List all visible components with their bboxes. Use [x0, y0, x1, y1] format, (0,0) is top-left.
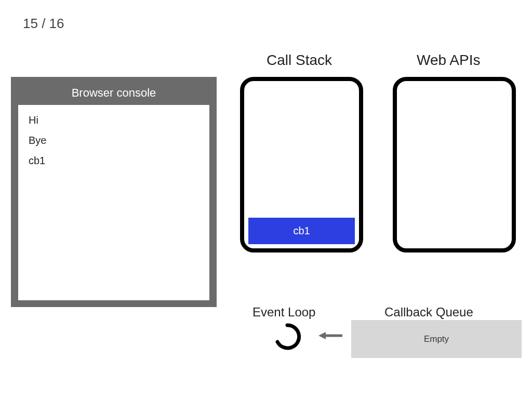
browser-console-title: Browser console: [11, 77, 217, 105]
console-line: Bye: [29, 135, 199, 147]
svg-marker-2: [318, 332, 326, 339]
page-counter: 15 / 16: [23, 16, 64, 32]
console-line: cb1: [29, 155, 199, 167]
call-stack-box: cb1: [240, 77, 363, 252]
browser-console-body: Hi Bye cb1: [18, 105, 209, 300]
callback-queue-heading: Callback Queue: [384, 305, 473, 320]
loop-icon: [273, 322, 302, 351]
event-loop-heading: Event Loop: [252, 305, 315, 320]
arrow-left-icon: [318, 330, 342, 341]
browser-console-panel: Browser console Hi Bye cb1: [11, 77, 217, 307]
callback-queue-content: Empty: [424, 334, 449, 344]
console-line: Hi: [29, 114, 199, 126]
web-apis-box: [393, 77, 516, 252]
stack-frame: cb1: [248, 218, 355, 244]
callback-queue-box: Empty: [351, 320, 522, 358]
web-apis-heading: Web APIs: [417, 52, 480, 69]
call-stack-heading: Call Stack: [267, 52, 332, 69]
